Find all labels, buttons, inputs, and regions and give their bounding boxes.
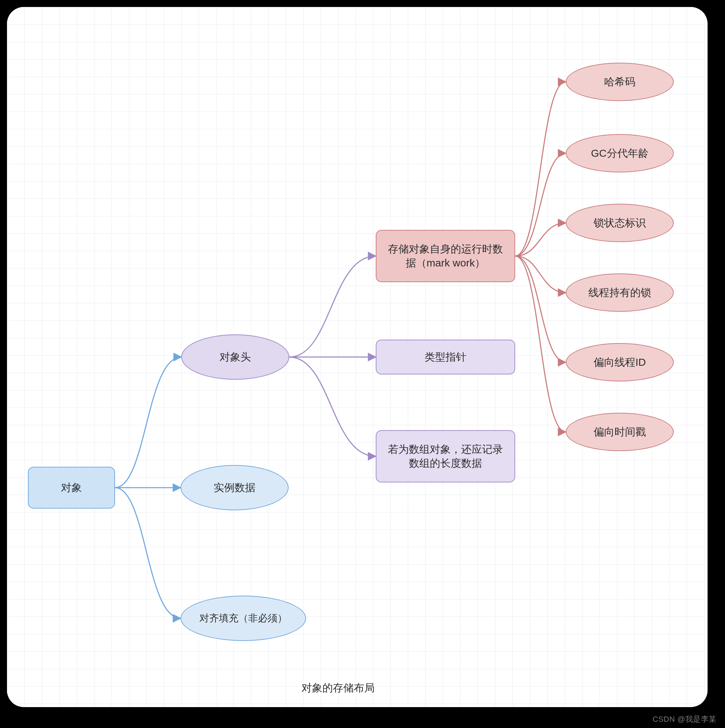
node-klass: 类型指针 [376,340,515,375]
node-padding: 对齐填充（非必须） [181,596,306,641]
node-arraylen: 若为数组对象，还应记录数组的长度数据 [376,430,515,482]
diagram-caption: 对象的存储布局 [302,681,375,695]
node-hash: 哈希码 [566,63,674,101]
node-biastime: 偏向时间戳 [566,413,674,451]
node-markword: 存储对象自身的运行时数据（mark work） [376,230,515,282]
node-root: 对象 [28,467,115,509]
node-lockflag: 锁状态标识 [566,204,674,242]
node-header: 对象头 [181,334,289,380]
node-heldlock: 线程持有的锁 [566,274,674,312]
watermark: CSDN @我是李某 [653,714,717,725]
diagram-frame: 对象 对象头 实例数据 对齐填充（非必须） 存储对象自身的运行时数据（mark … [7,7,708,707]
node-age: GC分代年龄 [566,134,674,173]
node-biasid: 偏向线程ID [566,343,674,381]
node-instance: 实例数据 [181,465,289,510]
